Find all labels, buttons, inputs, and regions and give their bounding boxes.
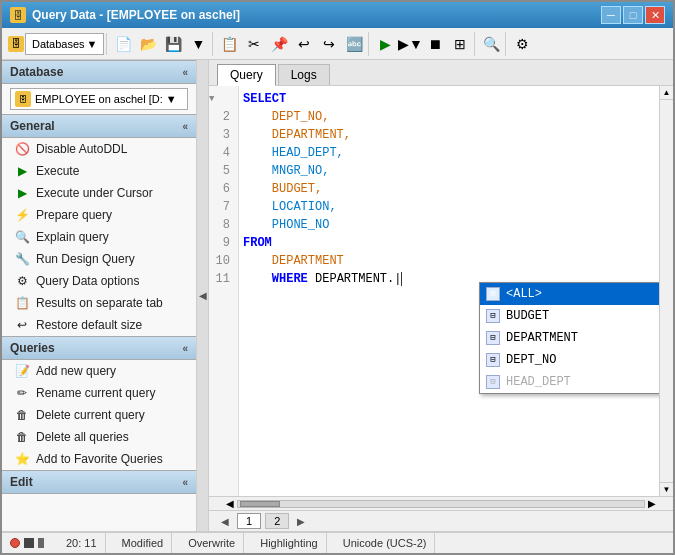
copy-button[interactable]: 📋 bbox=[217, 32, 241, 56]
prev-status-button[interactable] bbox=[38, 538, 50, 548]
delete-current-icon: 🗑 bbox=[14, 407, 30, 423]
code-editor[interactable]: SELECT DEPT_NO, DEPARTMENT, HEAD_DEPT, M… bbox=[239, 86, 659, 496]
sidebar-item-query-data-options[interactable]: ⚙ Query Data options bbox=[2, 270, 196, 292]
code-line-7: LOCATION, bbox=[243, 198, 655, 216]
run-design-icon: 🔧 bbox=[14, 251, 30, 267]
window-title: Query Data - [EMPLOYEE on aschel] bbox=[32, 8, 240, 22]
sidebar-item-run-design[interactable]: 🔧 Run Design Query bbox=[2, 248, 196, 270]
queries-collapse-icon[interactable]: « bbox=[182, 343, 188, 354]
databases-dropdown[interactable]: Databases ▼ bbox=[25, 33, 104, 55]
scroll-right-btn[interactable]: ▶ bbox=[645, 498, 659, 509]
scroll-up-btn[interactable]: ▲ bbox=[660, 86, 673, 100]
editor-scrollbar-v: ▲ ▼ bbox=[659, 86, 673, 496]
general-section-header: General « bbox=[2, 114, 196, 138]
code-line-8: PHONE_NO bbox=[243, 216, 655, 234]
collapse-triangle[interactable]: ▼ bbox=[209, 90, 214, 108]
page-next-btn[interactable]: ▶ bbox=[293, 516, 309, 527]
code-line-4: HEAD_DEPT, bbox=[243, 144, 655, 162]
minimize-button[interactable]: ─ bbox=[601, 6, 621, 24]
cut-button[interactable]: ✂ bbox=[242, 32, 266, 56]
sidebar: Database « 🗄 EMPLOYEE on aschel [D: ▼ Ge… bbox=[2, 60, 197, 531]
main-area: Database « 🗄 EMPLOYEE on aschel [D: ▼ Ge… bbox=[2, 60, 673, 531]
rename-icon: ✏ bbox=[14, 385, 30, 401]
sidebar-collapse-btn[interactable]: ◀ bbox=[197, 60, 209, 531]
redo-button[interactable]: ↪ bbox=[317, 32, 341, 56]
sidebar-item-delete-current[interactable]: 🗑 Delete current query bbox=[2, 404, 196, 426]
toolbar-extra-group: ⚙ bbox=[508, 32, 536, 56]
prepare-icon: ⚡ bbox=[14, 207, 30, 223]
close-button[interactable]: ✕ bbox=[645, 6, 665, 24]
delete-all-label: Delete all queries bbox=[36, 430, 129, 444]
sidebar-item-delete-all[interactable]: 🗑 Delete all queries bbox=[2, 426, 196, 448]
scroll-h-track[interactable] bbox=[237, 500, 645, 508]
ac-field-icon-2: ⊟ bbox=[486, 331, 500, 345]
page-tabs: ◀ 1 2 ▶ bbox=[209, 510, 673, 531]
stop-status-button[interactable] bbox=[24, 538, 34, 548]
sidebar-item-rename[interactable]: ✏ Rename current query bbox=[2, 382, 196, 404]
query-options-icon: ⚙ bbox=[14, 273, 30, 289]
save-arrow-button[interactable]: ▼ bbox=[186, 32, 210, 56]
scroll-left-btn[interactable]: ◀ bbox=[223, 498, 237, 509]
scroll-down-btn[interactable]: ▼ bbox=[660, 482, 673, 496]
save-button[interactable]: 💾 bbox=[161, 32, 185, 56]
code-line-1: SELECT bbox=[243, 90, 655, 108]
add-new-icon: 📝 bbox=[14, 363, 30, 379]
title-bar: 🗄 Query Data - [EMPLOYEE on aschel] ─ □ … bbox=[2, 2, 673, 28]
db-icon: 🗄 bbox=[15, 91, 31, 107]
toolbar-edit-group: 📋 ✂ 📌 ↩ ↪ 🔤 bbox=[215, 32, 369, 56]
tab-query[interactable]: Query bbox=[217, 64, 276, 86]
undo-button[interactable]: ↩ bbox=[292, 32, 316, 56]
prepare-label: Prepare query bbox=[36, 208, 112, 222]
ac-item-dept-no[interactable]: ⊟ DEPT_NO bbox=[480, 349, 659, 371]
tab-logs[interactable]: Logs bbox=[278, 64, 330, 85]
grid-button[interactable]: ⊞ bbox=[448, 32, 472, 56]
db-select-dropdown[interactable]: 🗄 EMPLOYEE on aschel [D: ▼ bbox=[10, 88, 188, 110]
page-tab-2[interactable]: 2 bbox=[265, 513, 289, 529]
sidebar-item-results-sep[interactable]: 📋 Results on separate tab bbox=[2, 292, 196, 314]
search-button[interactable]: 🔍 bbox=[479, 32, 503, 56]
line-numbers: ▼ 2 3 4 5 6 7 8 9 10 11 bbox=[209, 86, 239, 496]
sidebar-item-disable-autddl[interactable]: 🚫 Disable AutoDDL bbox=[2, 138, 196, 160]
edit-collapse-icon[interactable]: « bbox=[182, 477, 188, 488]
sidebar-item-prepare[interactable]: ⚡ Prepare query bbox=[2, 204, 196, 226]
autocomplete-dropdown[interactable]: ⊞ <ALL> ⊟ BUDGET ⊟ DEPAR bbox=[479, 282, 659, 394]
ac-field-icon-4: ⊟ bbox=[486, 375, 500, 389]
paste-button[interactable]: 📌 bbox=[267, 32, 291, 56]
ac-field-icon: ⊟ bbox=[486, 309, 500, 323]
settings-button[interactable]: ⚙ bbox=[510, 32, 534, 56]
ac-field-icon-3: ⊟ bbox=[486, 353, 500, 367]
editor-scrollbar-h: ◀ ▶ bbox=[209, 496, 673, 510]
new-button[interactable]: 📄 bbox=[111, 32, 135, 56]
execute-cursor-icon: ▶ bbox=[14, 185, 30, 201]
sidebar-item-add-new[interactable]: 📝 Add new query bbox=[2, 360, 196, 382]
run-button[interactable]: ▶ bbox=[373, 32, 397, 56]
stop-button[interactable]: ⏹ bbox=[423, 32, 447, 56]
sidebar-item-add-favorite[interactable]: ⭐ Add to Favorite Queries bbox=[2, 448, 196, 470]
sidebar-item-explain[interactable]: 🔍 Explain query bbox=[2, 226, 196, 248]
sidebar-item-execute[interactable]: ▶ Execute bbox=[2, 160, 196, 182]
queries-section-header: Queries « bbox=[2, 336, 196, 360]
ac-item-all[interactable]: ⊞ <ALL> bbox=[480, 283, 659, 305]
scroll-h-thumb[interactable] bbox=[240, 501, 280, 507]
ac-item-budget[interactable]: ⊟ BUDGET bbox=[480, 305, 659, 327]
run-arrow-button[interactable]: ▶▼ bbox=[398, 32, 422, 56]
modified-status: Modified bbox=[114, 533, 173, 553]
sidebar-item-execute-cursor[interactable]: ▶ Execute under Cursor bbox=[2, 182, 196, 204]
collapse-icon[interactable]: « bbox=[182, 67, 188, 78]
encoding-status: Unicode (UCS-2) bbox=[335, 533, 436, 553]
run-design-label: Run Design Query bbox=[36, 252, 135, 266]
sidebar-item-restore-default[interactable]: ↩ Restore default size bbox=[2, 314, 196, 336]
page-tab-1[interactable]: 1 bbox=[237, 513, 261, 529]
record-button[interactable] bbox=[10, 538, 20, 548]
toolbar-run-group: ▶ ▶▼ ⏹ ⊞ bbox=[371, 32, 475, 56]
rename-label: Rename current query bbox=[36, 386, 155, 400]
open-button[interactable]: 📂 bbox=[136, 32, 160, 56]
toolbar-databases-group: 🗄 Databases ▼ bbox=[6, 33, 107, 55]
maximize-button[interactable]: □ bbox=[623, 6, 643, 24]
general-collapse-icon[interactable]: « bbox=[182, 121, 188, 132]
format-button[interactable]: 🔤 bbox=[342, 32, 366, 56]
ac-item-head-dept[interactable]: ⊟ HEAD_DEPT bbox=[480, 371, 659, 393]
page-prev-btn[interactable]: ◀ bbox=[217, 516, 233, 527]
scroll-track bbox=[660, 100, 673, 482]
ac-item-department[interactable]: ⊟ DEPARTMENT bbox=[480, 327, 659, 349]
